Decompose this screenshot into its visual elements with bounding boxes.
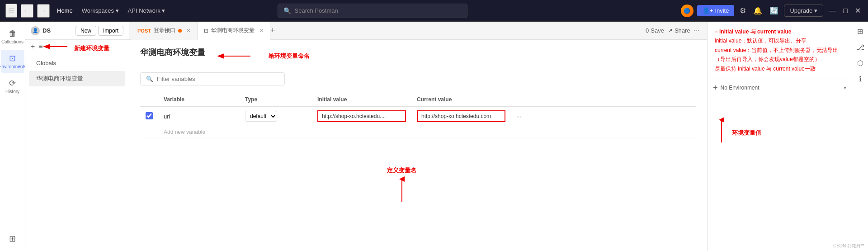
tab-login[interactable]: POST 登录接口 ✕ [131, 22, 198, 40]
api-network-nav-button[interactable]: API Network ▾ [124, 5, 169, 16]
upgrade-button[interactable]: Upgrade ▾ [784, 5, 823, 17]
environments-label: Environments [0, 64, 26, 69]
new-button[interactable]: New [75, 26, 96, 36]
save-label: Save [651, 27, 664, 34]
row-checkbox[interactable] [146, 112, 153, 119]
forward-button[interactable]: → [37, 4, 50, 18]
share-label: Share [675, 27, 690, 34]
env-item-globals[interactable]: Globals [29, 56, 125, 70]
tab-add-button[interactable]: + [270, 26, 275, 35]
row-type-cell[interactable]: default [240, 107, 312, 126]
env-selector-label: No Environment [721, 85, 841, 91]
env-item-huace[interactable]: 华测电商环境变量 [29, 71, 125, 86]
save-button[interactable]: 0 Save [646, 27, 664, 34]
sidebar-item-collections[interactable]: 🗑 Collections [1, 25, 24, 48]
row-more-cell: ··· [511, 107, 696, 126]
th-variable: Variable [158, 93, 240, 107]
annotation-name-env-var: 给环境变量命名 [269, 52, 310, 60]
sync-icon[interactable]: 🔄 [768, 5, 780, 17]
sidebar-item-environments[interactable]: ⊡ Environments [1, 50, 24, 73]
topbar: ☰ ← → Home Workspaces ▾ API Network ▾ 🔍 … [0, 0, 868, 22]
th-current: Current value [411, 93, 511, 107]
row-variable-value: url [164, 113, 170, 120]
search-bar[interactable]: 🔍 Search Postman [278, 4, 467, 18]
settings-icon[interactable]: ⚙ [738, 5, 748, 17]
workspaces-nav-button[interactable]: Workspaces ▾ [78, 5, 123, 16]
minimize-button[interactable]: — [827, 5, 838, 17]
user-avatar-icon: 🔵 [681, 5, 693, 17]
row-checkbox-cell[interactable] [140, 107, 158, 126]
search-placeholder: Search Postman [295, 7, 338, 14]
add-env-button[interactable]: + [31, 43, 35, 51]
sidebar-item-runner[interactable]: ⊞ [1, 230, 24, 247]
share-button[interactable]: ↗ Share [668, 27, 690, 34]
user-avatar: 👤 [31, 26, 40, 35]
left-panel-actions: New Import [75, 26, 123, 36]
user-info: 👤 DS [31, 26, 51, 35]
invite-button[interactable]: 👤+ Invite [697, 5, 735, 16]
right-panel: – initial value 与 current value initial … [707, 22, 852, 251]
more-options-button[interactable]: ··· [694, 27, 700, 35]
env-table: Variable Type Initial value Current valu… [140, 93, 696, 138]
env-switcher-icon[interactable]: ⊞ [855, 25, 865, 38]
tab-close-login[interactable]: ✕ [186, 28, 191, 34]
tab-env-icon: ⊡ [204, 28, 208, 34]
tab-method-label: POST [137, 28, 151, 33]
environments-icon: ⊡ [9, 53, 16, 63]
save-count: 0 [646, 27, 649, 34]
right-sidebar-icons: ⊞ ⎇ ⬡ ℹ [852, 22, 868, 251]
info-icon[interactable]: ℹ [857, 73, 863, 85]
filter-icon: 🔍 [146, 76, 153, 82]
annotation-export-note: （导出后再导入，你会发现value都是空的） [715, 55, 844, 64]
env-filter[interactable]: 🔍 [140, 72, 285, 85]
filter-input[interactable] [157, 76, 279, 82]
row-type-select[interactable]: default [245, 111, 277, 122]
th-type: Type [240, 93, 312, 107]
filter-env-button[interactable]: ≡ [38, 43, 42, 51]
env-selector[interactable]: + No Environment ▾ [708, 79, 852, 97]
row-variable-cell[interactable]: url [158, 107, 240, 126]
topbar-nav: Home Workspaces ▾ API Network ▾ [53, 5, 169, 16]
tab-unsaved-dot [178, 29, 182, 33]
env-list: Globals 华测电商环境变量 [25, 53, 129, 251]
env-editor-title: 华测电商环境变量 [140, 47, 205, 58]
arrow-define-var [395, 175, 409, 202]
sidebar-item-history[interactable]: ⟳ History [1, 75, 24, 98]
cookie-icon[interactable]: ⬡ [855, 57, 865, 69]
th-checkbox [140, 93, 158, 107]
git-icon[interactable]: ⎇ [854, 41, 866, 53]
tab-close-env[interactable]: ✕ [259, 28, 264, 34]
collections-label: Collections [1, 39, 24, 44]
th-actions [511, 93, 696, 107]
sidebar-icons: 🗑 Collections ⊡ Environments ⟳ History ⊞ [0, 22, 25, 251]
left-panel-header: 👤 DS New Import [25, 22, 129, 40]
runner-icon: ⊞ [9, 234, 16, 244]
history-label: History [5, 89, 19, 94]
tabs-right: 0 Save ↗ Share ··· [646, 27, 705, 35]
row-initial-cell[interactable]: http://shop-xo.hctestedu.... [312, 107, 411, 126]
import-button[interactable]: Import [98, 26, 123, 36]
left-panel: 👤 DS New Import 新建环境变量 + ≡ Globals [25, 22, 129, 251]
env-item-globals-label: Globals [36, 60, 56, 66]
annotation-define-var: 定义变量名 [387, 166, 416, 202]
user-initials: DS [42, 27, 51, 34]
maximize-button[interactable]: □ [841, 5, 849, 17]
home-nav-button[interactable]: Home [53, 5, 76, 16]
row-current-cell[interactable]: http://shop-xo.hctestedu.com [411, 107, 511, 126]
close-button[interactable]: ✕ [853, 5, 863, 17]
arrow-env-val [715, 115, 728, 142]
table-header-row: Variable Type Initial value Current valu… [140, 93, 696, 107]
add-variable-label[interactable]: Add new variable [158, 126, 696, 138]
back-button[interactable]: ← [21, 4, 33, 18]
notification-icon[interactable]: 🔔 [751, 5, 764, 17]
env-add-button[interactable]: + [713, 83, 718, 93]
search-icon: 🔍 [283, 7, 291, 14]
tabs-bar: POST 登录接口 ✕ ⊡ 华测电商环境变量 ✕ + 0 Save ↗ Shar… [129, 22, 707, 40]
tab-login-label: 登录接口 [154, 27, 175, 34]
history-icon: ⟳ [9, 78, 16, 88]
env-editor-title-row: 华测电商环境变量 给环境变量命名 [140, 47, 696, 65]
add-variable-row[interactable]: Add new variable [140, 126, 696, 138]
annotation-consistency-note: 尽量保持 initial value 与 current value一致 [715, 64, 844, 73]
menu-icon[interactable]: ☰ [5, 4, 17, 18]
tab-env[interactable]: ⊡ 华测电商环境变量 ✕ [198, 22, 270, 40]
